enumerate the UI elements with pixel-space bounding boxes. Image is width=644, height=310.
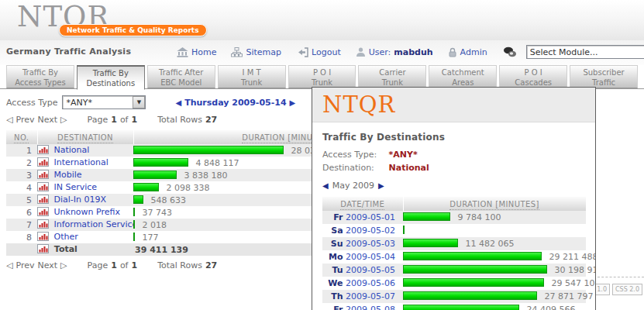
sitemap-link[interactable]: Sitemap: [231, 47, 281, 57]
home-link[interactable]: Home: [177, 47, 216, 57]
masthead: NTQR Network Traffic & Quality Reports: [0, 0, 644, 40]
prev-arrow-icon[interactable]: ◁: [6, 115, 12, 125]
destination-link[interactable]: Unknown Prefix: [54, 207, 121, 217]
tab-i-m-t-trunk[interactable]: I M T Trunk: [218, 65, 286, 88]
tab-traffic-by-access-types[interactable]: Traffic By Access Types: [6, 65, 74, 88]
day-abbrev: Fr: [333, 212, 343, 222]
bar-chart-icon[interactable]: [37, 207, 49, 219]
page-word: Page: [88, 115, 108, 125]
date-label: Thursday 2009-05-14: [184, 98, 286, 108]
logout-label: Logout: [312, 47, 341, 57]
daily-row: Tu 2009-05-05 30 198 917: [322, 264, 586, 277]
prev-button[interactable]: Prev: [15, 115, 34, 125]
destination-link[interactable]: Dial-In 019X: [54, 195, 107, 205]
next-arrow-icon[interactable]: ▷: [60, 260, 67, 270]
popup-logo: NTQR: [312, 88, 595, 118]
total-label: Total: [54, 244, 77, 254]
date-link[interactable]: 2009-05-04: [346, 252, 395, 262]
tab-subscriber-traffic[interactable]: Subscriber Traffic: [570, 65, 638, 88]
access-type-select[interactable]: *ANY* ▼: [62, 95, 146, 109]
page-count: 1: [131, 115, 137, 125]
popup-destination-value: National: [389, 163, 429, 173]
tab-carrier-trunk[interactable]: Carrier Trunk: [358, 65, 426, 88]
logout-link[interactable]: Logout: [296, 47, 341, 57]
daily-row: We 2009-05-06 29 547 108: [322, 277, 586, 290]
module-select-value: Select Module...: [530, 47, 598, 57]
month-next-button[interactable]: ▶: [378, 181, 384, 190]
next-button[interactable]: Next: [37, 115, 57, 125]
popup-body: Traffic By Destinations Access Type: *AN…: [312, 122, 595, 310]
duration-bar: [133, 146, 284, 154]
tab-traffic-after-ebc-model[interactable]: Traffic After EBC Model: [147, 65, 215, 88]
daily-row: Sa 2009-05-02: [322, 224, 586, 237]
row-number: 3: [6, 169, 37, 181]
duration-bar: [133, 195, 143, 204]
pager-top: ◁ Prev Next ▷ Page 1 of 1 Total Rows 27: [6, 115, 217, 125]
module-select[interactable]: Select Module... ▼: [526, 45, 644, 59]
date-link[interactable]: 2009-05-01: [346, 212, 395, 222]
duration-bar: [403, 291, 537, 300]
daily-row: Fr 2009-05-01 9 784 100: [322, 211, 586, 224]
prev-button[interactable]: Prev: [15, 260, 34, 270]
pager-bottom: ◁ Prev Next ▷ Page 1 of 1 Total Rows 27: [6, 260, 217, 270]
bar-chart-icon[interactable]: [37, 170, 49, 181]
bar-chart-icon[interactable]: [37, 182, 49, 194]
admin-link[interactable]: Admin: [448, 47, 487, 57]
destination-link[interactable]: IN Service: [54, 182, 98, 192]
bar-chart-icon[interactable]: [37, 219, 49, 231]
date-link[interactable]: 2009-05-06: [346, 278, 395, 288]
duration-bar: [403, 226, 405, 234]
css-badge[interactable]: CSS 2.0: [612, 284, 642, 295]
bar-chart-icon[interactable]: [37, 145, 49, 157]
duration-value: 9 784 100: [458, 212, 501, 222]
next-button[interactable]: Next: [37, 260, 57, 270]
month-prev-button[interactable]: ◀: [322, 181, 329, 190]
tab-p-o-i-trunk[interactable]: P O I Trunk: [288, 65, 356, 88]
date-link[interactable]: 2009-05-08: [346, 305, 395, 310]
home-icon: [177, 47, 188, 57]
row-number: 5: [6, 194, 37, 206]
month-label: May 2009: [332, 181, 374, 191]
next-arrow-icon[interactable]: ▷: [60, 115, 67, 125]
row-number: 7: [6, 219, 37, 231]
duration-bar: [133, 208, 135, 216]
tab-traffic-by-destinations[interactable]: Traffic By Destinations: [77, 65, 145, 90]
col-header-datetime[interactable]: DATE/TIME: [322, 197, 403, 211]
tab-catchment-areas[interactable]: Catchment Areas: [429, 65, 497, 88]
destination-link[interactable]: Mobile: [54, 170, 82, 180]
bar-chart-icon[interactable]: [37, 232, 49, 243]
date-next-button[interactable]: ▶: [290, 98, 296, 107]
bar-chart-icon[interactable]: [37, 157, 49, 169]
date-link[interactable]: 2009-05-03: [346, 239, 395, 249]
date-link[interactable]: 2009-05-07: [346, 291, 395, 301]
bar-chart-icon[interactable]: [37, 195, 49, 206]
date-prev-button[interactable]: ◀: [175, 98, 181, 107]
day-abbrev: Sa: [331, 226, 343, 236]
of-word: of: [120, 260, 129, 270]
col-header-destination[interactable]: DESTINATION: [37, 130, 133, 144]
total-rows-value: 27: [205, 260, 217, 270]
page-number: 1: [111, 115, 117, 125]
destination-link[interactable]: Information Service: [54, 219, 134, 229]
duration-value: 29 211 488: [549, 252, 597, 262]
destination-link[interactable]: International: [54, 157, 108, 167]
prev-arrow-icon[interactable]: ◁: [6, 260, 12, 270]
popup-header: NTQR: [312, 88, 595, 122]
destination-link[interactable]: National: [54, 145, 90, 155]
date-link[interactable]: 2009-05-05: [346, 265, 395, 275]
date-link[interactable]: 2009-05-02: [346, 226, 395, 236]
tab-p-o-i-cascades[interactable]: P O I Cascades: [499, 65, 567, 88]
duration-value: 2 098 338: [167, 183, 210, 193]
user-label: User:: [369, 47, 391, 57]
destination-link[interactable]: Other: [54, 232, 78, 242]
duration-bar: [133, 232, 135, 241]
col-header-duration[interactable]: DURATION [MINUTES]: [403, 197, 586, 211]
popup-title: Traffic By Destinations: [322, 132, 585, 143]
popup-destination-label: Destination:: [322, 163, 386, 173]
row-number: 6: [6, 206, 37, 219]
tab-bar: Traffic By Access Types Traffic By Desti…: [0, 65, 644, 89]
lock-icon: [448, 47, 457, 57]
duration-bar: [133, 220, 135, 229]
admin-label: Admin: [460, 47, 487, 57]
user-indicator[interactable]: User: mabduh: [356, 47, 433, 57]
